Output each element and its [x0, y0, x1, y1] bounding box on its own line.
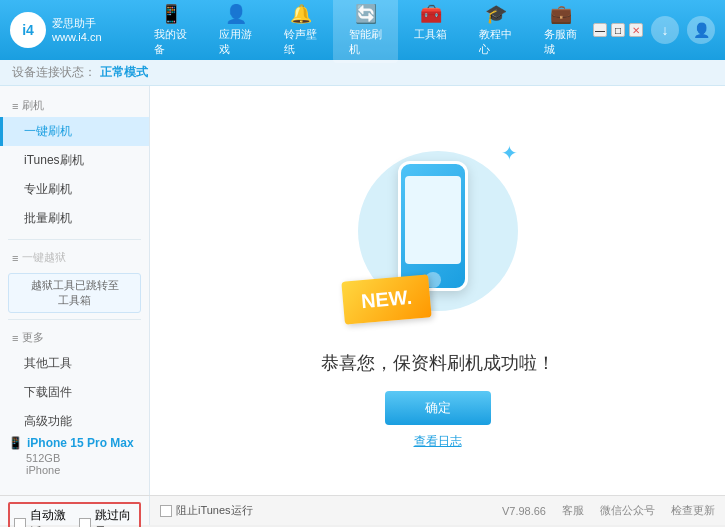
nav-tab-smart-flash[interactable]: 🔄智能刷机 — [333, 0, 398, 63]
device-storage: 512GB — [8, 452, 141, 464]
app-title: 爱思助手 — [52, 16, 102, 30]
tab-icon-my-device: 📱 — [160, 3, 182, 25]
section-label-jailbreak: 一键越狱 — [22, 250, 66, 265]
logo-icon: i4 — [10, 12, 46, 48]
view-log-link[interactable]: 查看日志 — [414, 433, 462, 450]
sidebar-item-download-firmware[interactable]: 下载固件 — [0, 378, 149, 407]
sidebar-info-box: 越狱工具已跳转至工具箱 — [8, 273, 141, 313]
sidebar-divider-2 — [8, 319, 141, 320]
status-label: 设备连接状态： — [12, 64, 96, 81]
sidebar-item-batch-flash[interactable]: 批量刷机 — [0, 204, 149, 233]
stop-itunes-checkbox[interactable] — [160, 505, 172, 517]
bottom-area: 自动激活 跳过向导 阻止iTunes运行 V7.98.66 客服 微信公众号 检… — [0, 495, 725, 525]
auto-activate-row: 自动激活 跳过向导 — [8, 502, 141, 527]
tab-label-my-device: 我的设备 — [154, 27, 187, 57]
close-button[interactable]: ✕ — [629, 23, 643, 37]
header: i4 爱思助手 www.i4.cn 📱我的设备👤应用游戏🔔铃声壁纸🔄智能刷机🧰工… — [0, 0, 725, 60]
status-value: 正常模式 — [100, 64, 148, 81]
minimize-button[interactable]: — — [593, 23, 607, 37]
device-panel: 自动激活 跳过向导 — [0, 496, 150, 525]
nav-tab-toolbox[interactable]: 🧰工具箱 — [398, 0, 463, 63]
maximize-button[interactable]: □ — [611, 23, 625, 37]
tab-label-tutorial: 教程中心 — [479, 27, 512, 57]
app-url: www.i4.cn — [52, 30, 102, 44]
auto-activate-checkbox[interactable] — [14, 518, 26, 527]
logo-area: i4 爱思助手 www.i4.cn — [10, 12, 138, 48]
download-button[interactable]: ↓ — [651, 16, 679, 44]
tab-icon-apps-games: 👤 — [225, 3, 247, 25]
device-type: iPhone — [8, 464, 141, 476]
device-name: iPhone 15 Pro Max — [27, 436, 134, 450]
device-info-panel: 📱 iPhone 15 Pro Max 512GB iPhone — [0, 430, 150, 480]
tab-label-apps-games: 应用游戏 — [219, 27, 252, 57]
skip-activation-checkbox[interactable] — [79, 518, 91, 527]
customer-service-link[interactable]: 客服 — [562, 503, 584, 518]
auto-activate-label: 自动激活 — [30, 507, 71, 527]
section-title-more: ≡ 更多 — [0, 326, 149, 349]
version-label: V7.98.66 — [502, 505, 546, 517]
stop-itunes-label: 阻止iTunes运行 — [176, 503, 253, 518]
logo-text: 爱思助手 www.i4.cn — [52, 16, 102, 45]
tab-icon-service: 💼 — [550, 3, 572, 25]
section-icon-more: ≡ — [12, 332, 18, 344]
section-title-jailbreak: ≡ 一键越狱 — [0, 246, 149, 269]
bottom-right: V7.98.66 客服 微信公众号 检查更新 — [502, 503, 715, 518]
tab-label-smart-flash: 智能刷机 — [349, 27, 382, 57]
tab-icon-smart-flash: 🔄 — [355, 3, 377, 25]
user-button[interactable]: 👤 — [687, 16, 715, 44]
status-bar: 设备连接状态： 正常模式 — [0, 60, 725, 86]
sidebar-item-itunes-flash[interactable]: iTunes刷机 — [0, 146, 149, 175]
sidebar-item-pro-flash[interactable]: 专业刷机 — [0, 175, 149, 204]
nav-tabs: 📱我的设备👤应用游戏🔔铃声壁纸🔄智能刷机🧰工具箱🎓教程中心💼务服商城 — [138, 0, 593, 63]
success-illustration: NEW. ✦ — [348, 131, 528, 331]
device-info-row: 📱 iPhone 15 Pro Max — [8, 434, 141, 452]
phone-screen — [405, 176, 461, 264]
win-controls: — □ ✕ — [593, 23, 643, 37]
skip-activation-label: 跳过向导 — [95, 507, 136, 527]
nav-tab-apps-games[interactable]: 👤应用游戏 — [203, 0, 268, 63]
new-badge: NEW. — [341, 274, 432, 324]
nav-tab-my-device[interactable]: 📱我的设备 — [138, 0, 203, 63]
phone-body — [398, 161, 468, 291]
sidebar-item-other-tools[interactable]: 其他工具 — [0, 349, 149, 378]
nav-tab-tutorial[interactable]: 🎓教程中心 — [463, 0, 528, 63]
section-label-more: 更多 — [22, 330, 44, 345]
header-actions: — □ ✕ ↓ 👤 — [593, 16, 715, 44]
sidebar-item-one-click-flash[interactable]: 一键刷机 — [0, 117, 149, 146]
wechat-link[interactable]: 微信公众号 — [600, 503, 655, 518]
sparkles-icon: ✦ — [501, 141, 518, 165]
tab-icon-ringtone: 🔔 — [290, 3, 312, 25]
device-icon: 📱 — [8, 436, 23, 450]
success-message: 恭喜您，保资料刷机成功啦！ — [321, 351, 555, 375]
sidebar-divider-1 — [8, 239, 141, 240]
tab-icon-tutorial: 🎓 — [485, 3, 507, 25]
check-update-link[interactable]: 检查更新 — [671, 503, 715, 518]
section-icon-jailbreak: ≡ — [12, 252, 18, 264]
section-title-flash: ≡ 刷机 — [0, 94, 149, 117]
confirm-button[interactable]: 确定 — [385, 391, 491, 425]
tab-label-service: 务服商城 — [544, 27, 577, 57]
content-area: NEW. ✦ 恭喜您，保资料刷机成功啦！ 确定 查看日志 — [150, 86, 725, 495]
tab-icon-toolbox: 🧰 — [420, 3, 442, 25]
section-icon-flash: ≡ — [12, 100, 18, 112]
nav-tab-ringtone[interactable]: 🔔铃声壁纸 — [268, 0, 333, 63]
section-label-flash: 刷机 — [22, 98, 44, 113]
tab-label-toolbox: 工具箱 — [414, 27, 447, 42]
nav-tab-service[interactable]: 💼务服商城 — [528, 0, 593, 63]
bottom-status: 阻止iTunes运行 V7.98.66 客服 微信公众号 检查更新 — [150, 496, 725, 525]
tab-label-ringtone: 铃声壁纸 — [284, 27, 317, 57]
stop-itunes-area: 阻止iTunes运行 — [160, 503, 253, 518]
